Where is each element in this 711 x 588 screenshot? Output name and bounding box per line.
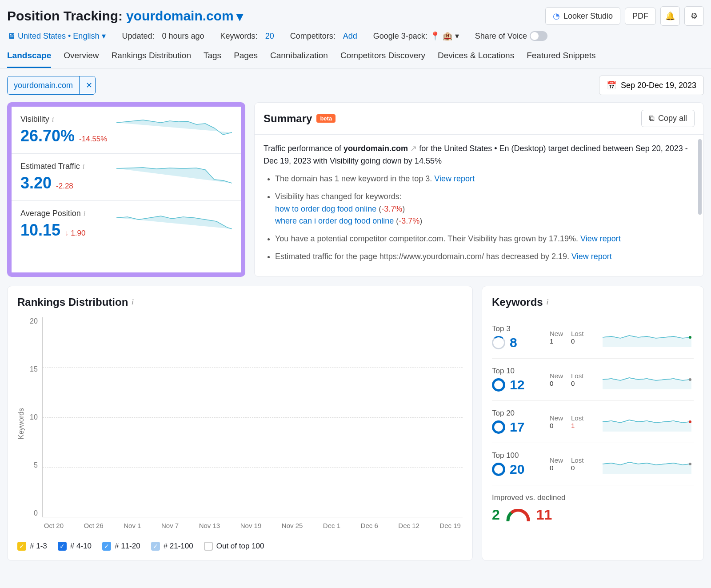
keyword-sparkline (600, 454, 694, 474)
legend-item[interactable]: ✓# 11-20 (102, 542, 140, 551)
remove-chip-button[interactable]: ✕ (79, 76, 95, 94)
keyword-sparkline (600, 412, 694, 432)
x-axis: Oct 20Oct 26Nov 1Nov 7Nov 13Nov 19Nov 25… (42, 522, 463, 529)
updated-info: Updated: 0 hours ago (122, 32, 204, 41)
gear-icon: ⚙ (691, 11, 698, 21)
building-icon: 🏨 (443, 31, 452, 41)
tab-devices-locations[interactable]: Devices & Locations (438, 51, 514, 68)
competitors-info: Competitors: Add (290, 32, 357, 41)
tab-rankings-distribution[interactable]: Rankings Distribution (111, 51, 191, 68)
checkbox-checked-icon: ✓ (151, 542, 160, 551)
keyword-link[interactable]: where can i order dog food online (275, 216, 394, 225)
summary-bullet: The domain has 1 new keyword in the top … (275, 173, 695, 185)
keyword-tier-row[interactable]: Top 10 12 New0 Lost0 (492, 359, 694, 401)
ring-icon (492, 336, 505, 349)
settings-button[interactable]: ⚙ (684, 6, 704, 26)
ring-icon (492, 420, 505, 434)
tab-competitors-discovery[interactable]: Competitors Discovery (340, 51, 425, 68)
keyword-sparkline (600, 328, 694, 347)
tab-featured-snippets[interactable]: Featured Snippets (527, 51, 595, 68)
svg-point-3 (689, 378, 691, 381)
improved-declined: Improved vs. declined 2 11 (492, 485, 694, 523)
scrollbar[interactable] (698, 139, 702, 215)
view-report-link[interactable]: View report (571, 252, 612, 261)
summary-bullet: Visibility has changed for keywords: how… (275, 191, 695, 228)
svg-point-7 (689, 463, 691, 465)
date-range-picker[interactable]: 📅 Sep 20-Dec 19, 2023 (599, 76, 704, 95)
tab-landscape[interactable]: Landscape (7, 51, 51, 68)
notifications-button[interactable]: 🔔 (660, 6, 680, 26)
keyword-tier-row[interactable]: Top 20 17 New0 Lost1 (492, 401, 694, 443)
svg-rect-2 (603, 380, 691, 389)
info-icon[interactable]: i (52, 116, 54, 124)
keywords-info: Keywords: 20 (220, 32, 274, 41)
metric-average-position[interactable]: Average Position i 10.15↓ 1.90 (12, 201, 241, 248)
google-3pack[interactable]: Google 3-pack: 📍 🏨 ▾ (373, 31, 459, 41)
looker-icon: ◔ (553, 11, 560, 21)
domain-name: yourdomain.com (126, 8, 234, 24)
copy-all-button[interactable]: ⧉Copy all (641, 110, 695, 127)
keyword-tier-row[interactable]: Top 3 8 New1 Lost0 (492, 316, 694, 359)
checkbox-checked-icon: ✓ (58, 542, 67, 551)
looker-studio-button[interactable]: ◔ Looker Studio (545, 7, 620, 25)
legend-item[interactable]: ✓# 1-3 (17, 542, 47, 551)
svg-rect-0 (603, 337, 691, 347)
beta-badge: beta (316, 114, 336, 123)
tab-pages[interactable]: Pages (234, 51, 258, 68)
keywords-card: Keywords i Top 3 8 New1 Lost0 Top 10 12 … (482, 286, 704, 561)
info-icon[interactable]: i (547, 298, 548, 306)
svg-point-1 (689, 336, 691, 339)
add-competitor-link[interactable]: Add (343, 32, 357, 41)
summary-bullet: You have a potential competitor competit… (275, 233, 695, 245)
info-icon[interactable]: i (84, 210, 85, 218)
summary-title: Summary (264, 112, 312, 125)
monitor-icon: 🖥 (7, 32, 15, 41)
legend-item[interactable]: ✓# 4-10 (58, 542, 92, 551)
rankings-distribution-card: Rankings Distribution i Keywords 2015105… (7, 286, 473, 561)
metrics-panel: Visibility i 26.70%-14.55% Estimated Tra… (7, 102, 245, 277)
svg-rect-4 (603, 422, 691, 432)
chevron-down-icon: ▾ (102, 31, 106, 41)
tab-overview[interactable]: Overview (64, 51, 99, 68)
legend-item[interactable]: Out of top 100 (204, 542, 264, 551)
view-report-link[interactable]: View report (434, 174, 475, 183)
checkbox-checked-icon: ✓ (17, 542, 26, 551)
y-axis-label: Keywords (17, 408, 25, 439)
keyword-link[interactable]: how to order dog food online (275, 204, 376, 213)
metric-estimated-traffic[interactable]: Estimated Traffic i 3.20-2.28 (12, 154, 241, 201)
summary-card: Summarybeta ⧉Copy all Traffic performanc… (254, 102, 704, 277)
checkbox-checked-icon: ✓ (102, 542, 111, 551)
info-icon[interactable]: i (83, 163, 84, 171)
bell-icon: 🔔 (665, 11, 675, 21)
info-icon[interactable]: i (132, 298, 133, 306)
keyword-sparkline (600, 370, 694, 389)
metric-visibility[interactable]: Visibility i 26.70%-14.55% (12, 107, 241, 154)
tab-cannibalization[interactable]: Cannibalization (270, 51, 328, 68)
declined-count: 11 (536, 507, 552, 523)
chart-legend: ✓# 1-3 ✓# 4-10 ✓# 11-20 ✓# 21-100 Out of… (17, 542, 463, 551)
share-of-voice-toggle[interactable]: Share of Voice (475, 31, 547, 41)
view-report-link[interactable]: View report (580, 234, 621, 243)
checkbox-unchecked-icon (204, 542, 213, 551)
arrow-down-icon: ↓ (65, 229, 69, 237)
pdf-button[interactable]: PDF (625, 8, 656, 25)
svg-point-5 (689, 420, 691, 423)
keyword-tier-row[interactable]: Top 100 20 New0 Lost0 (492, 443, 694, 485)
legend-item[interactable]: ✓# 21-100 (151, 542, 193, 551)
y-axis: 20151050 (30, 317, 38, 517)
copy-icon: ⧉ (649, 114, 655, 123)
external-link-icon[interactable]: ↗ (410, 144, 417, 153)
location-selector[interactable]: 🖥 United States • English ▾ (7, 31, 106, 41)
page-title: Position Tracking: (7, 8, 123, 24)
toggle-off-icon (530, 31, 547, 41)
tab-tags[interactable]: Tags (204, 51, 221, 68)
domain-filter-chip: yourdomain.com ✕ (7, 76, 96, 95)
traffic-sparkline (116, 162, 232, 188)
rankings-bar-chart[interactable] (42, 317, 463, 517)
chevron-down-icon: ▾ (236, 8, 243, 24)
summary-bullet: Estimated traffic for the page https://w… (275, 251, 695, 263)
chevron-down-icon: ▾ (455, 31, 459, 41)
calendar-icon: 📅 (607, 80, 616, 90)
domain-selector[interactable]: yourdomain.com ▾ (126, 8, 243, 24)
main-tabs: Landscape Overview Rankings Distribution… (0, 51, 711, 68)
